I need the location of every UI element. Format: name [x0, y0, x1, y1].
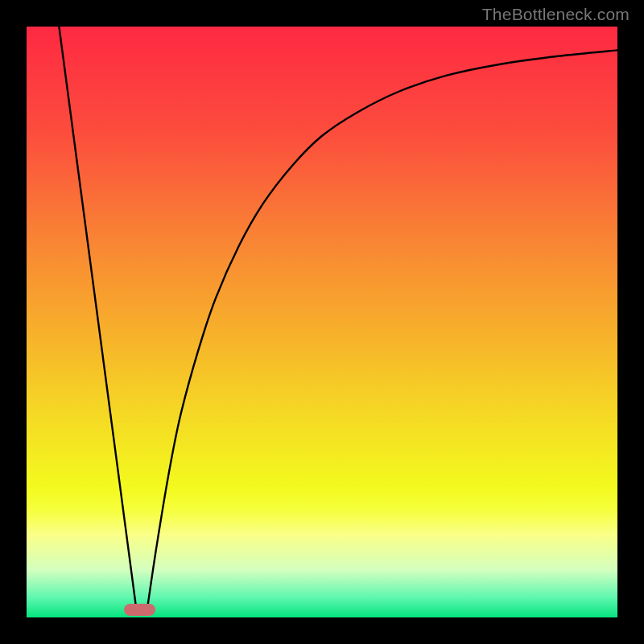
gradient-background	[27, 27, 617, 617]
min-marker	[124, 604, 155, 616]
plot-area	[27, 27, 617, 617]
watermark: TheBottleneck.com	[482, 5, 630, 24]
chart-svg	[27, 27, 617, 617]
chart-frame: TheBottleneck.com	[0, 0, 644, 644]
